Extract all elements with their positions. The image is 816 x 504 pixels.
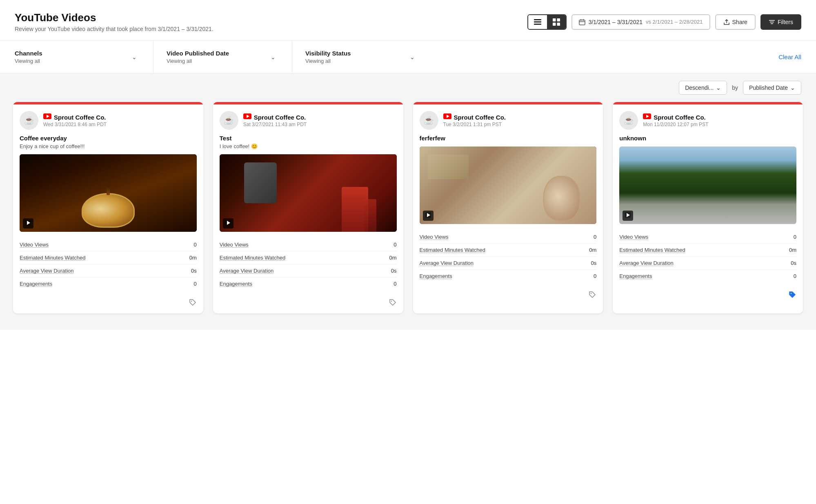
stat-value: 0 <box>794 234 796 240</box>
filters-icon <box>769 19 775 25</box>
share-button[interactable]: Share <box>715 14 756 30</box>
stat-label: Estimated Minutes Watched <box>619 247 685 253</box>
stat-value: 0s <box>191 268 197 274</box>
stat-value: 0 <box>594 273 596 279</box>
video-title: Test <box>220 135 397 142</box>
channel-name-row: Sprout Coffee Co. <box>443 113 506 121</box>
filter-video-date-value: Viewing all <box>167 58 229 64</box>
stat-row: Average View Duration 0s <box>20 264 197 278</box>
stat-label: Engagements <box>619 273 652 279</box>
card-header: ☕ Sprout Coffee Co. Wed 3/31/2021 8:46 a… <box>13 104 203 135</box>
channel-name: Sprout Coffee Co. <box>454 114 506 121</box>
svg-rect-5 <box>553 22 556 26</box>
stat-label: Video Views <box>220 242 249 248</box>
stat-value: 0s <box>791 260 796 266</box>
list-view-button[interactable] <box>528 15 547 29</box>
svg-rect-7 <box>579 20 585 25</box>
svg-point-18 <box>191 301 192 302</box>
chevron-down-icon: ⌄ <box>410 54 415 60</box>
stat-value: 0m <box>189 255 197 261</box>
share-icon <box>723 19 730 25</box>
share-label: Share <box>732 19 747 25</box>
video-thumbnail[interactable] <box>420 147 597 224</box>
video-description: I love coffee! 😊 <box>220 143 397 149</box>
video-play-overlay <box>223 218 233 229</box>
video-play-overlay <box>423 211 434 221</box>
filter-channels-value: Viewing all <box>15 58 42 64</box>
filter-visibility[interactable]: Visibility Status Viewing all ⌄ <box>292 41 431 73</box>
channel-info: Sprout Coffee Co. Tue 3/2/2021 1:31 pm P… <box>443 113 506 127</box>
filter-video-date-label: Video Published Date <box>167 50 229 57</box>
youtube-icon <box>643 113 651 121</box>
page-title: YouTube Videos <box>15 11 213 24</box>
stat-value: 0 <box>594 234 596 240</box>
stat-row: Average View Duration 0s <box>619 257 796 270</box>
stat-value: 0s <box>391 268 397 274</box>
video-thumbnail[interactable] <box>619 147 796 224</box>
stat-row: Video Views 0 <box>20 238 197 251</box>
video-thumbnail[interactable] <box>220 154 397 232</box>
card-footer <box>613 287 803 306</box>
stats-table: Video Views 0 Estimated Minutes Watched … <box>420 231 597 282</box>
filter-channels-label: Channels <box>15 50 42 57</box>
page-subtitle: Review your YouTube video activity that … <box>15 26 213 32</box>
stat-value: 0m <box>789 247 796 253</box>
stat-row: Engagements 0 <box>20 278 197 290</box>
youtube-icon <box>243 113 251 121</box>
chevron-down-icon: ⌄ <box>716 84 721 91</box>
video-card: ☕ Sprout Coffee Co. Mon 11/2/2020 12:07 … <box>613 102 803 313</box>
channel-date: Wed 3/31/2021 8:46 am PDT <box>43 122 107 127</box>
stat-row: Estimated Minutes Watched 0m <box>220 251 397 264</box>
stat-label: Engagements <box>220 281 252 287</box>
filter-channels[interactable]: Channels Viewing all ⌄ <box>15 41 153 73</box>
svg-rect-0 <box>534 19 541 20</box>
stat-row: Estimated Minutes Watched 0m <box>420 244 597 257</box>
date-range-text: 3/1/2021 – 3/31/2021 <box>589 19 643 25</box>
filter-video-date[interactable]: Video Published Date Viewing all ⌄ <box>153 41 292 73</box>
stat-value: 0s <box>591 260 597 266</box>
tag-icon[interactable] <box>389 298 397 309</box>
svg-point-33 <box>791 293 792 294</box>
video-title: ferferfew <box>420 135 597 142</box>
view-toggle <box>527 14 567 30</box>
card-header: ☕ Sprout Coffee Co. Tue 3/2/2021 1:31 pm… <box>413 104 603 135</box>
channel-avatar: ☕ <box>20 111 38 130</box>
svg-point-28 <box>591 293 591 294</box>
stat-label: Engagements <box>420 273 452 279</box>
channel-info: Sprout Coffee Co. Sat 3/27/2021 11:43 am… <box>243 113 307 127</box>
video-title: Coffee everyday <box>20 135 197 142</box>
stat-row: Video Views 0 <box>220 238 397 251</box>
card-content: unknown Video Views 0 <box>613 135 803 287</box>
grid-view-button[interactable] <box>547 15 566 29</box>
stat-row: Video Views 0 <box>619 231 796 244</box>
filter-bar: Channels Viewing all ⌄ Video Published D… <box>0 41 816 73</box>
svg-rect-3 <box>553 18 556 22</box>
stat-label: Average View Duration <box>20 268 74 274</box>
filters-button[interactable]: Filters <box>760 14 801 30</box>
sort-direction-label: Descendi... <box>685 84 714 91</box>
stat-value: 0 <box>394 242 396 248</box>
tag-icon[interactable] <box>588 291 596 301</box>
card-footer <box>213 295 403 313</box>
sort-field-select[interactable]: Published Date ⌄ <box>743 81 801 95</box>
tag-icon[interactable] <box>189 298 197 309</box>
video-thumbnail[interactable] <box>20 154 197 232</box>
channel-avatar: ☕ <box>220 111 238 130</box>
sort-direction-select[interactable]: Descendi... ⌄ <box>679 81 727 95</box>
tag-icon[interactable] <box>788 291 796 301</box>
stat-row: Video Views 0 <box>420 231 597 244</box>
clear-all-button[interactable]: Clear All <box>778 53 801 60</box>
date-range-button[interactable]: 3/1/2021 – 3/31/2021 vs 2/1/2021 – 2/28/… <box>571 14 710 30</box>
video-card: ☕ Sprout Coffee Co. Sat 3/27/2021 11:43 … <box>213 102 403 313</box>
stat-value: 0 <box>394 281 396 287</box>
video-description: Enjoy a nice cup of coffee!!! <box>20 143 197 149</box>
video-play-overlay <box>23 218 33 229</box>
stats-table: Video Views 0 Estimated Minutes Watched … <box>220 238 397 290</box>
page-header: YouTube Videos Review your YouTube video… <box>0 0 816 41</box>
channel-name: Sprout Coffee Co. <box>654 114 706 121</box>
stat-row: Estimated Minutes Watched 0m <box>20 251 197 264</box>
svg-rect-4 <box>557 18 560 22</box>
stat-row: Average View Duration 0s <box>420 257 597 270</box>
sort-field-label: Published Date <box>749 84 788 91</box>
card-footer <box>13 295 203 313</box>
